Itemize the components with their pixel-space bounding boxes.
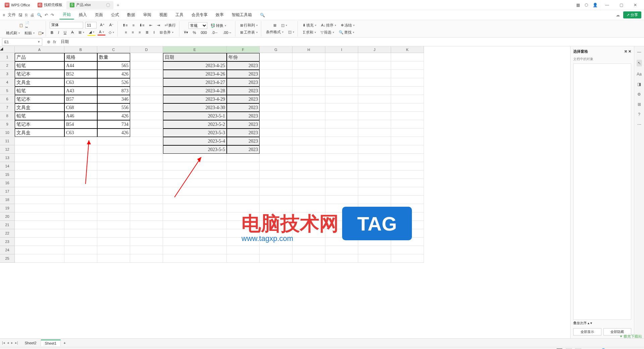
cell-I17[interactable] xyxy=(325,187,358,196)
cell-E4[interactable]: 2023-4-27 xyxy=(163,78,227,87)
select-icon[interactable]: ↖ xyxy=(637,60,642,66)
justify-button[interactable]: ≣ xyxy=(144,30,150,35)
cell-B3[interactable]: B52 xyxy=(64,70,97,78)
undo-icon[interactable]: ↶ xyxy=(45,13,48,17)
cell-K14[interactable] xyxy=(391,162,424,170)
cell-D2[interactable] xyxy=(130,61,163,70)
cell-B5[interactable]: A43 xyxy=(64,87,97,95)
cell-G16[interactable] xyxy=(260,179,292,187)
cell-C8[interactable]: 426 xyxy=(97,112,130,120)
cut-icon[interactable]: ✂ xyxy=(25,26,29,29)
cell-H7[interactable] xyxy=(292,103,325,112)
search-button[interactable]: 🔍查找 xyxy=(337,29,356,36)
cell-A11[interactable] xyxy=(15,137,64,145)
cell-F10[interactable]: 2023 xyxy=(227,129,260,137)
cell-C16[interactable] xyxy=(97,179,130,187)
cell-D18[interactable] xyxy=(130,196,163,204)
search-icon[interactable]: 🔍 xyxy=(260,13,265,17)
cell-G24[interactable] xyxy=(260,246,292,254)
col-header-F[interactable]: F xyxy=(227,46,260,53)
cell-G13[interactable] xyxy=(260,154,292,162)
cell-D12[interactable] xyxy=(130,145,163,154)
cell-B16[interactable] xyxy=(64,179,97,187)
cell-E2[interactable]: 2023-4-25 xyxy=(163,61,227,70)
cell-J23[interactable] xyxy=(358,238,391,246)
cell-G11[interactable] xyxy=(260,137,292,145)
cell-J4[interactable] xyxy=(358,78,391,87)
cell-I6[interactable] xyxy=(325,95,358,103)
order-down-icon[interactable]: ▾ xyxy=(590,321,592,325)
cell-A16[interactable] xyxy=(15,179,64,187)
comma-button[interactable]: 000 xyxy=(199,30,208,35)
cell-K20[interactable] xyxy=(391,212,424,221)
increase-indent-button[interactable]: ⇥ xyxy=(156,22,161,28)
object-list[interactable] xyxy=(573,63,631,320)
prev-sheet-icon[interactable]: ◂ xyxy=(7,341,9,345)
cell-G22[interactable] xyxy=(260,229,292,238)
show-all-button[interactable]: 全部显示 xyxy=(573,328,601,336)
cell-K19[interactable] xyxy=(391,204,424,212)
menu-view[interactable]: 视图 xyxy=(156,11,171,19)
sort-button[interactable]: A↓排序 xyxy=(320,22,337,29)
cell-G25[interactable] xyxy=(260,254,292,263)
cell-G4[interactable] xyxy=(260,78,292,87)
cell-A3[interactable]: 笔记本 xyxy=(15,70,64,78)
cell-F1[interactable]: 年份 xyxy=(227,53,260,61)
cell-A14[interactable] xyxy=(15,162,64,170)
bold-button[interactable]: B xyxy=(49,30,55,35)
percent-button[interactable]: % xyxy=(192,30,198,35)
preview-icon[interactable]: 🔍 xyxy=(37,13,42,17)
cell-I10[interactable] xyxy=(325,129,358,137)
cell-J8[interactable] xyxy=(358,112,391,120)
cell-F14[interactable] xyxy=(227,162,260,170)
row-header-19[interactable]: 19 xyxy=(0,204,15,212)
cell-D8[interactable] xyxy=(130,112,163,120)
wrap-button[interactable]: ⏎换行 xyxy=(163,22,177,29)
cell-E19[interactable] xyxy=(163,204,227,212)
align-center-button[interactable]: ≡ xyxy=(130,30,135,35)
paste-icon[interactable]: 📋 xyxy=(19,23,23,27)
cell-J25[interactable] xyxy=(358,254,391,263)
cell-G1[interactable] xyxy=(260,53,292,61)
cell-D1[interactable] xyxy=(130,53,163,61)
rowcol-button[interactable]: ⊞行和列 xyxy=(239,22,259,29)
cell-C12[interactable] xyxy=(97,145,130,154)
row-header-11[interactable]: 11 xyxy=(0,137,15,145)
number-format-select[interactable]: 常规 xyxy=(189,22,207,29)
cell-I3[interactable] xyxy=(325,70,358,78)
print-icon[interactable]: 🖨 xyxy=(30,13,34,17)
worksheet-button[interactable]: ⊞工作表 xyxy=(239,29,259,36)
cell-G14[interactable] xyxy=(260,162,292,170)
cell-H17[interactable] xyxy=(292,187,325,196)
cell-I11[interactable] xyxy=(325,137,358,145)
cell-J15[interactable] xyxy=(358,170,391,179)
cell-F6[interactable]: 2023 xyxy=(227,95,260,103)
fill-color-button[interactable]: ◢ xyxy=(88,29,96,36)
cell-B21[interactable] xyxy=(64,221,97,229)
cell-I19[interactable] xyxy=(325,204,358,212)
cell-E22[interactable] xyxy=(163,229,227,238)
cell-J10[interactable] xyxy=(358,129,391,137)
cell-H1[interactable] xyxy=(292,53,325,61)
cell-G18[interactable] xyxy=(260,196,292,204)
cell-J9[interactable] xyxy=(358,120,391,129)
format-painter-button[interactable]: 格式刷 xyxy=(5,30,21,36)
cell-E13[interactable] xyxy=(163,154,227,162)
order-up-icon[interactable]: ▴ xyxy=(588,321,589,325)
cell-B12[interactable] xyxy=(64,145,97,154)
cell-E20[interactable] xyxy=(163,212,227,221)
cell-A6[interactable]: 笔记本 xyxy=(15,95,64,103)
cell-H14[interactable] xyxy=(292,162,325,170)
cell-C13[interactable] xyxy=(97,154,130,162)
select-all-corner[interactable]: ◢ xyxy=(0,46,15,53)
cell-D25[interactable] xyxy=(130,254,163,263)
cell-H10[interactable] xyxy=(292,129,325,137)
first-sheet-icon[interactable]: |◂ xyxy=(2,341,5,345)
row-header-14[interactable]: 14 xyxy=(0,162,15,170)
cell-B24[interactable] xyxy=(64,246,97,254)
row-header-18[interactable]: 18 xyxy=(0,196,15,204)
cell-B11[interactable] xyxy=(64,137,97,145)
cell-C23[interactable] xyxy=(97,238,130,246)
cell-I20[interactable] xyxy=(325,212,358,221)
cell-H9[interactable] xyxy=(292,120,325,129)
